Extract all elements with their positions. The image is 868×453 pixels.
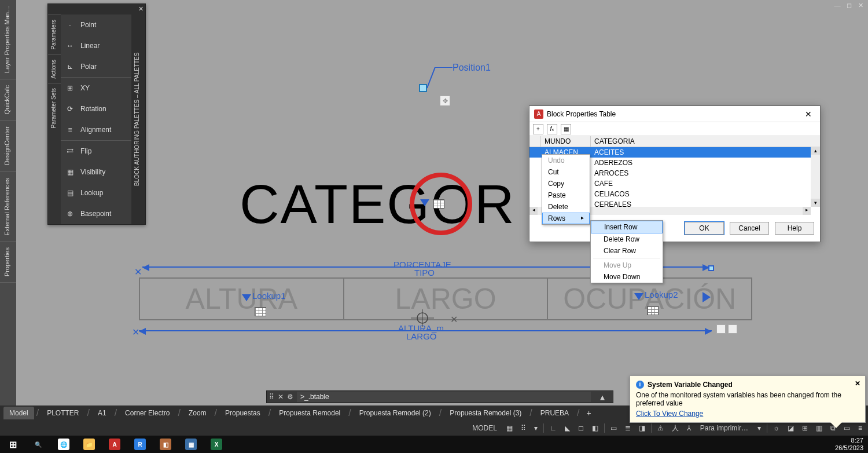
taskbar-excel[interactable]: X <box>204 436 229 453</box>
lookup-grip-icon[interactable] <box>420 199 429 206</box>
taskbar-app[interactable]: ◧ <box>153 436 178 453</box>
status-3dosnap-icon[interactable]: ◧ <box>590 423 601 433</box>
status-dropdown2-icon[interactable]: ▾ <box>755 423 763 433</box>
layout-tab-propuestas[interactable]: Propuestas <box>219 407 266 419</box>
ctx-rows[interactable]: Rows▸ <box>542 213 590 224</box>
taskbar-autocad[interactable]: A <box>102 436 127 453</box>
fx-icon[interactable]: fₓ <box>547 124 557 134</box>
lookup2-table-icon[interactable] <box>647 306 659 315</box>
notification-link[interactable]: Click To View Change <box>636 410 703 418</box>
layout-tab-a1[interactable]: A1 <box>92 407 112 419</box>
palette-item-alignment[interactable]: ≡Alignment <box>61 119 131 140</box>
arrow-grip-icon[interactable] <box>703 292 711 302</box>
lookup-table-icon[interactable] <box>433 199 444 209</box>
status-transparency-icon[interactable]: ≣ <box>623 423 633 433</box>
layout-tab-zoom[interactable]: Zoom <box>183 407 212 419</box>
audit-icon[interactable]: ▦ <box>561 124 571 134</box>
taskbar-revit[interactable]: R <box>127 436 153 453</box>
panel-properties[interactable]: Properties <box>0 242 16 283</box>
command-input[interactable]: >_.btable <box>297 392 591 402</box>
status-annomonitor-icon[interactable]: ⚠ <box>655 423 666 433</box>
lookup1-table-icon[interactable] <box>255 307 266 316</box>
taskbar-chrome[interactable]: 🌐 <box>51 436 76 453</box>
search-button[interactable]: 🔍 <box>25 436 51 453</box>
panel-external-references[interactable]: External References <box>0 172 16 242</box>
layout-tab-remodel2[interactable]: Propuesta Remodel (2) <box>354 407 437 419</box>
taskbar-calculator[interactable]: ▦ <box>178 436 204 453</box>
grid-header-categoria[interactable]: CATEGORIA <box>591 136 820 147</box>
palette-item-polar[interactable]: ⊾Polar <box>61 56 131 77</box>
dialog-close-icon[interactable]: ✕ <box>801 109 815 119</box>
layout-tab-model[interactable]: Model <box>3 407 34 419</box>
lookup2-grip-icon[interactable] <box>634 293 643 300</box>
palette-item-lookup[interactable]: ▤Lookup <box>61 182 131 203</box>
status-quickprops-icon[interactable]: ▥ <box>814 423 825 433</box>
layout-add-button[interactable]: + <box>582 408 596 418</box>
dialog-titlebar[interactable]: A Block Properties Table ✕ <box>529 106 820 122</box>
ctx-cut[interactable]: Cut <box>542 166 590 178</box>
table-action-icon-1[interactable] <box>716 324 726 334</box>
status-isoplane-icon[interactable]: ◪ <box>785 423 796 433</box>
ctx-delete-row[interactable]: Delete Row <box>591 233 663 245</box>
status-grid-icon[interactable]: ▦ <box>504 423 515 433</box>
table-action-icon-2[interactable] <box>728 324 737 334</box>
command-line[interactable]: ⠿ ✕ ⚙ >_.btable ▴ <box>266 390 613 403</box>
command-close-icon[interactable]: ✕ <box>278 393 284 401</box>
palette-close-icon[interactable]: ✕ <box>136 4 145 13</box>
layout-tab-remodel3[interactable]: Propuesta Remodel (3) <box>444 407 527 419</box>
palette-tab-actions[interactable]: Actions <box>48 54 61 83</box>
window-minimize[interactable]: — <box>833 1 841 9</box>
palette-item-basepoint[interactable]: ⊕Basepoint <box>61 203 131 224</box>
grid-vscrollbar[interactable]: ▴▾ <box>811 147 820 207</box>
command-customize-icon[interactable]: ⚙ <box>287 393 293 401</box>
status-model-label[interactable]: MODEL <box>469 423 501 433</box>
system-tray[interactable]: 8:27 26/5/2023 <box>835 437 868 452</box>
ctx-insert-row[interactable]: Insert Row <box>591 221 663 233</box>
ctx-delete[interactable]: Delete <box>542 201 590 213</box>
grid-row-selector[interactable] <box>529 136 541 147</box>
ctx-move-down[interactable]: Move Down <box>591 271 663 283</box>
status-lineweight-icon[interactable]: ▭ <box>608 423 619 433</box>
help-button[interactable]: Help <box>775 222 814 235</box>
position-grip[interactable] <box>419 84 427 92</box>
layout-tab-corner[interactable]: Corner Electro <box>119 407 175 419</box>
status-ortho-icon[interactable]: ∟ <box>547 423 559 433</box>
add-properties-icon[interactable]: + <box>533 124 543 134</box>
status-dropdown-icon[interactable]: ▾ <box>532 423 540 433</box>
dim-end-grip[interactable] <box>708 265 714 271</box>
status-print-label[interactable]: Para imprimir… <box>697 423 752 433</box>
palette-item-xy[interactable]: ⊞XY <box>61 78 131 98</box>
move-grip-icon[interactable]: ✥ <box>440 96 450 106</box>
ctx-copy[interactable]: Copy <box>542 178 590 189</box>
status-customize-icon[interactable]: ≡ <box>856 423 865 433</box>
palette-item-point[interactable]: ·Point <box>61 14 131 35</box>
palette-tab-parameters[interactable]: Parameters <box>48 14 61 54</box>
status-gear-icon[interactable]: ☼ <box>771 423 782 433</box>
palette-item-linear[interactable]: ↔Linear <box>61 35 131 56</box>
layout-tab-remodel[interactable]: Propuesta Remodel <box>273 407 346 419</box>
status-polar-icon[interactable]: ◣ <box>562 423 572 433</box>
grid-header-mundo[interactable]: MUNDO <box>541 136 591 147</box>
panel-designcenter[interactable]: DesignCenter <box>0 120 16 171</box>
ctx-clear-row[interactable]: Clear Row <box>591 245 663 257</box>
layout-tab-prueba[interactable]: PRUEBA <box>535 407 575 419</box>
status-units-icon[interactable]: ⊞ <box>800 423 810 433</box>
panel-quickcalc[interactable]: QuickCalc <box>0 79 16 120</box>
command-handle-icon[interactable]: ⠿ <box>269 393 274 401</box>
lookup1-grip-icon[interactable] <box>242 294 251 301</box>
status-osnap-icon[interactable]: ◻ <box>576 423 586 433</box>
palette-item-visibility[interactable]: ▦Visibility <box>61 162 131 182</box>
cancel-button[interactable]: Cancel <box>730 222 769 235</box>
ok-button[interactable]: OK <box>685 222 724 235</box>
ctx-paste[interactable]: Paste <box>542 189 590 201</box>
status-annoscale-icon[interactable]: 人 <box>670 422 681 434</box>
palette-item-flip[interactable]: ⮂Flip <box>61 141 131 162</box>
status-clean-icon[interactable]: ▭ <box>841 423 852 433</box>
layout-tab-plotter[interactable]: PLOTTER <box>41 407 84 419</box>
window-restore[interactable]: ◻ <box>845 1 853 9</box>
window-close[interactable]: ✕ <box>856 1 865 9</box>
status-annovisibility-icon[interactable]: ⅄ <box>685 423 693 433</box>
command-expand-icon[interactable]: ▴ <box>594 392 610 403</box>
taskbar-explorer[interactable]: 📁 <box>76 436 102 453</box>
panel-layer-properties[interactable]: Layer Properties Man… <box>0 0 16 79</box>
